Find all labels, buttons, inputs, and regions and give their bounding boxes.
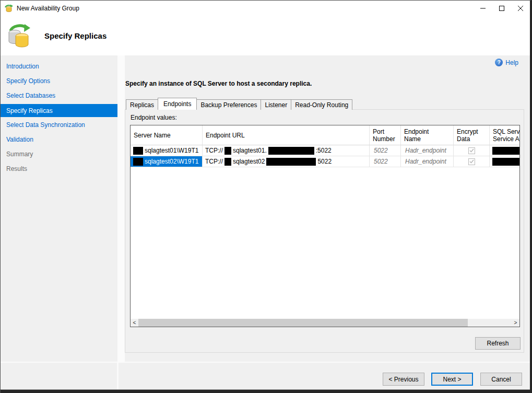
column-header-encrypt-data[interactable]: Encrypt Data (454, 125, 490, 145)
maximize-icon (499, 6, 504, 11)
scroll-left-arrow[interactable]: < (131, 319, 138, 327)
cell-endpoint-url[interactable]: TCP://sqlagtest01.:5022 (203, 145, 370, 156)
tab-replicas[interactable]: Replicas (126, 99, 158, 110)
previous-button[interactable]: < Previous (383, 373, 424, 386)
tab-strip: Replicas Endpoints Backup Preferences Li… (126, 98, 352, 110)
column-header-endpoint-url[interactable]: Endpoint URL (203, 125, 370, 145)
endpoints-tab-panel: Endpoint values: Server Name Endpoint UR… (125, 109, 524, 353)
redacted-text (492, 158, 519, 166)
cell-endpoint-url[interactable]: TCP://sqlagtest025022 (203, 156, 370, 167)
horizontal-scrollbar[interactable]: < > (131, 319, 519, 327)
redacted-text (133, 158, 143, 166)
tab-backup-preferences[interactable]: Backup Preferences (196, 99, 261, 110)
main-pane: ? Help Specify an instance of SQL Server… (125, 55, 530, 362)
help-label: Help (505, 59, 518, 66)
encrypt-data-checkbox[interactable] (468, 158, 475, 165)
page-title: Specify Replicas (44, 31, 107, 40)
close-button[interactable] (511, 1, 530, 16)
cell-service-account[interactable] (490, 156, 520, 167)
check-icon (469, 159, 474, 164)
wizard-header: Specify Replicas (1, 16, 530, 55)
window-controls (474, 1, 530, 16)
encrypt-data-checkbox[interactable] (468, 147, 475, 154)
redacted-text (266, 158, 316, 166)
cell-encrypt-data[interactable] (454, 145, 490, 156)
grid-header-row: Server Name Endpoint URL Port Number End… (131, 125, 520, 145)
cell-endpoint-name[interactable]: Hadr_endpoint (401, 156, 454, 167)
sidebar-item-summary: Summary (1, 147, 117, 161)
cell-port-number[interactable]: 5022 (370, 156, 401, 167)
cancel-button[interactable]: Cancel (480, 373, 522, 386)
tab-endpoints[interactable]: Endpoints (158, 98, 197, 110)
sidebar-divider (117, 55, 125, 362)
redacted-text (224, 158, 231, 166)
refresh-button[interactable]: Refresh (475, 337, 521, 350)
column-header-port-number[interactable]: Port Number (370, 125, 401, 145)
sidebar-item-specify-replicas[interactable]: Specify Replicas (1, 104, 117, 117)
scrollbar-track[interactable] (138, 319, 512, 327)
cell-encrypt-data[interactable] (454, 156, 490, 167)
close-icon (518, 6, 523, 11)
scroll-right-arrow[interactable]: > (512, 319, 519, 327)
cell-server-name-selected[interactable]: sqlagtest02\W19T1 (131, 156, 203, 167)
sidebar-item-select-databases[interactable]: Select Databases (1, 88, 117, 103)
redacted-text (268, 147, 314, 155)
table-row[interactable]: sqlagtest02\W19T1 TCP://sqlagtest025022 … (131, 156, 520, 167)
maximize-button[interactable] (492, 1, 511, 16)
help-icon: ? (495, 59, 503, 66)
wizard-footer: < Previous Next > Cancel (1, 362, 530, 389)
sidebar-item-select-data-synchronization[interactable]: Select Data Synchronization (1, 118, 117, 132)
help-link[interactable]: ? Help (495, 59, 518, 66)
instruction-text: Specify an instance of SQL Server to hos… (125, 80, 312, 87)
cell-endpoint-name[interactable]: Hadr_endpoint (401, 145, 454, 156)
replicas-header-icon (6, 23, 32, 49)
sidebar-item-introduction[interactable]: Introduction (1, 59, 117, 74)
redacted-text (492, 147, 520, 155)
tab-read-only-routing[interactable]: Read-Only Routing (291, 99, 352, 110)
sidebar-item-validation[interactable]: Validation (1, 132, 117, 147)
check-icon (469, 148, 474, 153)
wizard-steps-sidebar: Introduction Specify Options Select Data… (1, 55, 117, 362)
window-title: New Availability Group (17, 5, 79, 12)
title-bar: New Availability Group (1, 1, 530, 16)
sidebar-item-specify-options[interactable]: Specify Options (1, 74, 117, 88)
cell-server-name[interactable]: sqlagtest01\W19T1 (131, 145, 203, 156)
availability-group-icon (5, 4, 13, 13)
endpoints-grid: Server Name Endpoint URL Port Number End… (130, 125, 520, 327)
column-header-server-name[interactable]: Server Name (131, 125, 203, 145)
new-availability-group-window: New Availability Group Specif (0, 0, 532, 393)
redacted-text (133, 147, 143, 155)
content-area: Introduction Specify Options Select Data… (1, 55, 530, 362)
tab-listener[interactable]: Listener (261, 99, 291, 110)
column-header-service-account[interactable]: SQL Server Service Account (490, 125, 520, 145)
endpoint-values-label: Endpoint values: (131, 114, 177, 121)
sidebar-item-results: Results (1, 161, 117, 176)
next-button[interactable]: Next > (431, 373, 473, 386)
table-row[interactable]: sqlagtest01\W19T1 TCP://sqlagtest01.:502… (131, 145, 520, 156)
cell-port-number[interactable]: 5022 (370, 145, 401, 156)
minimize-button[interactable] (474, 1, 492, 16)
redacted-text (224, 147, 231, 155)
minimize-icon (480, 6, 486, 11)
column-header-endpoint-name[interactable]: Endpoint Name (401, 125, 454, 145)
cell-service-account[interactable] (490, 145, 520, 156)
scrollbar-thumb[interactable] (138, 319, 468, 327)
taskbar-strip (1, 389, 530, 393)
